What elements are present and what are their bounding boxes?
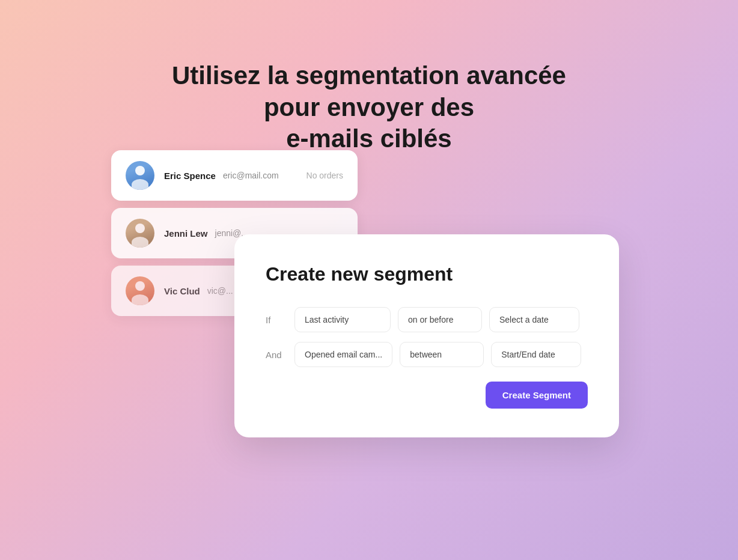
contact-name-jenni: Jenni Lew [164,228,208,239]
segment-row-and: And Opened email cam... between Start/En… [266,342,588,367]
if-field-date[interactable]: Select a date [489,307,579,332]
and-field-condition[interactable]: between [400,342,484,367]
modal-footer: Create Segment [266,382,588,409]
if-label: If [266,315,287,325]
contact-name-vic: Vic Clud [164,286,200,296]
contact-name-eric: Eric Spence [164,171,216,181]
page-title: Utilisez la segmentation avancée pour en… [144,0,594,155]
and-field-activity[interactable]: Opened email cam... [294,342,392,367]
avatar-vic [126,276,154,305]
contact-card-eric: Eric Spence eric@mail.com No orders [111,150,358,201]
if-field-activity[interactable]: Last activity [294,307,391,332]
and-field-date[interactable]: Start/End date [491,342,581,367]
segment-row-if: If Last activity on or before Select a d… [266,307,588,332]
create-segment-button[interactable]: Create Segment [486,382,588,409]
and-label: And [266,350,287,360]
contact-email-eric: eric@mail.com [223,171,279,180]
contact-status-eric: No orders [306,171,343,180]
avatar-eric [126,161,154,190]
segment-modal: Create new segment If Last activity on o… [234,234,619,437]
contact-info-eric: Eric Spence eric@mail.com No orders [164,171,343,181]
if-field-condition[interactable]: on or before [398,307,482,332]
contact-email-vic: vic@... [207,286,233,296]
modal-title: Create new segment [266,263,588,285]
avatar-jenni [126,219,154,248]
